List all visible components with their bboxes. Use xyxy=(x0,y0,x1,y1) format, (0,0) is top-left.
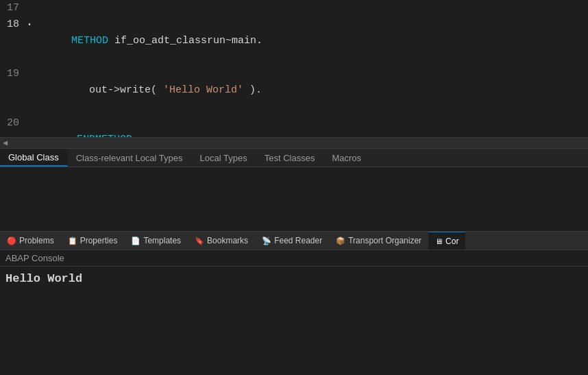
indent-20 xyxy=(64,134,77,137)
bookmarks-icon: 🔖 xyxy=(195,237,204,245)
transport-organizer-icon: 📦 xyxy=(336,237,345,245)
console-output: Hello World xyxy=(0,267,588,291)
horizontal-scrollbar[interactable]: ◀ xyxy=(0,137,588,148)
problems-icon: 🔴 xyxy=(7,237,16,245)
tab-transport-organizer-label: Transport Organizer xyxy=(348,236,421,245)
code-line-19: 19 out->write( 'Hello World' ). xyxy=(0,66,588,115)
line-content-20: ENDMETHOD. xyxy=(27,115,138,137)
tab-class-relevant-local-types-label: Class-relevant Local Types xyxy=(76,153,183,163)
keyword-endmethod: ENDMETHOD. xyxy=(77,134,138,137)
tab-test-classes-label: Test Classes xyxy=(265,153,315,163)
tab-local-types-label: Local Types xyxy=(200,153,247,163)
tab-local-types[interactable]: Local Types xyxy=(192,150,256,166)
line-number-18: 18 xyxy=(0,16,27,33)
tab-feed-reader[interactable]: 📡 Feed Reader xyxy=(255,232,329,250)
templates-icon: 📄 xyxy=(131,237,140,245)
tab-cor[interactable]: 🖥 Cor xyxy=(428,232,465,250)
feed-reader-icon: 📡 xyxy=(262,237,271,245)
code-editor[interactable]: 17 18 • METHOD if_oo_adt_classrun~main. … xyxy=(0,0,588,137)
tab-properties[interactable]: 📋 Properties xyxy=(61,232,125,250)
line-number-20: 20 xyxy=(0,115,27,132)
tab-global-class-label: Global Class xyxy=(8,152,59,162)
bottom-panel: 🔴 Problems 📋 Properties 📄 Templates 🔖 Bo… xyxy=(0,231,588,375)
tab-test-classes[interactable]: Test Classes xyxy=(256,150,324,166)
tab-feed-reader-label: Feed Reader xyxy=(274,236,322,245)
tab-templates[interactable]: 📄 Templates xyxy=(124,232,188,250)
tab-transport-organizer[interactable]: 📦 Transport Organizer xyxy=(329,232,428,250)
line-content-18: METHOD if_oo_adt_classrun~main. xyxy=(34,16,262,66)
code-line-20: 20 ENDMETHOD. xyxy=(0,115,588,137)
tab-bookmarks-label: Bookmarks xyxy=(207,236,248,245)
keyword-method: METHOD xyxy=(71,35,108,47)
console-empty-space xyxy=(0,321,588,375)
out-write: out->write( xyxy=(64,84,163,96)
line-content-19: out->write( 'Hello World' ). xyxy=(27,66,262,115)
tab-global-class[interactable]: Global Class xyxy=(0,149,68,167)
string-hello-world: 'Hello World' xyxy=(163,84,243,96)
tab-class-relevant-local-types[interactable]: Class-relevant Local Types xyxy=(68,150,192,166)
bottom-tabs-bar: 🔴 Problems 📋 Properties 📄 Templates 🔖 Bo… xyxy=(0,231,588,250)
tab-macros[interactable]: Macros xyxy=(323,150,370,166)
line-dot-18: • xyxy=(27,20,32,31)
code-line-17: 17 xyxy=(0,0,588,16)
tab-macros-label: Macros xyxy=(332,153,361,163)
code-line-18: 18 • METHOD if_oo_adt_classrun~main. xyxy=(0,16,588,66)
method-name: if_oo_adt_classrun~main. xyxy=(108,35,262,47)
properties-icon: 📋 xyxy=(68,237,77,245)
tab-problems-label: Problems xyxy=(19,236,54,245)
tab-properties-label: Properties xyxy=(80,236,118,245)
tab-templates-label: Templates xyxy=(143,236,181,245)
class-tabs-bar: Global Class Class-relevant Local Types … xyxy=(0,148,588,167)
line-number-19: 19 xyxy=(0,66,27,82)
console-label: ABAP Console xyxy=(0,250,588,267)
tab-bookmarks[interactable]: 🔖 Bookmarks xyxy=(188,232,255,250)
cor-icon: 🖥 xyxy=(435,237,443,245)
console-area: Hello World xyxy=(0,267,588,321)
line-number-17: 17 xyxy=(0,0,27,16)
tab-cor-label: Cor xyxy=(445,237,458,246)
closing-paren: ). xyxy=(243,84,262,96)
tab-problems[interactable]: 🔴 Problems xyxy=(0,232,61,250)
scroll-left-icon[interactable]: ◀ xyxy=(3,138,8,148)
